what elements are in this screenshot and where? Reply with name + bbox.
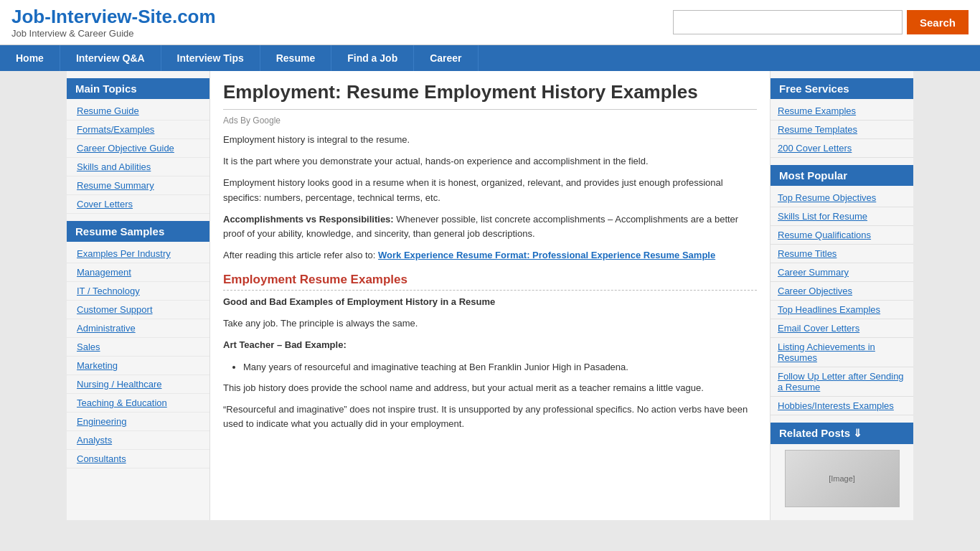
intro-p3: Employment history looks good in a resum… bbox=[223, 176, 757, 204]
right-200-cover-letters[interactable]: 200 Cover Letters bbox=[771, 139, 913, 158]
most-popular-heading: Most Popular bbox=[771, 165, 913, 186]
sidebar-marketing[interactable]: Marketing bbox=[67, 357, 209, 375]
right-hobbies-interests[interactable]: Hobbies/Interests Examples bbox=[771, 397, 913, 415]
sidebar-nursing-healthcare[interactable]: Nursing / Healthcare bbox=[67, 375, 209, 394]
free-services-heading: Free Services bbox=[771, 78, 913, 99]
header: Job-Interview-Site.com Job Interview & C… bbox=[0, 0, 980, 45]
sidebar-skills-abilities[interactable]: Skills and Abilities bbox=[67, 158, 209, 176]
right-top-resume-objectives[interactable]: Top Resume Objectives bbox=[771, 189, 913, 207]
resourceful-comment: “Resourceful and imaginative” does not i… bbox=[223, 402, 757, 431]
page-title: Employment: Resume Employment History Ex… bbox=[223, 81, 757, 103]
right-resume-titles[interactable]: Resume Titles bbox=[771, 245, 913, 263]
vague-comment: This job history does provide the school… bbox=[223, 381, 757, 395]
site-subtitle: Job Interview & Career Guide bbox=[11, 28, 216, 39]
nav-interview-tips[interactable]: Interview Tips bbox=[161, 45, 260, 71]
page-layout: Main Topics Resume Guide Formats/Example… bbox=[67, 71, 913, 520]
nav-career[interactable]: Career bbox=[414, 45, 478, 71]
site-title[interactable]: Job-Interview-Site.com bbox=[11, 6, 216, 28]
bad-example-bullet1: Many years of resourceful and imaginativ… bbox=[243, 360, 757, 375]
sidebar-teaching-education[interactable]: Teaching & Education bbox=[67, 394, 209, 413]
sidebar-sales[interactable]: Sales bbox=[67, 338, 209, 357]
sidebar-cover-letters[interactable]: Cover Letters bbox=[67, 195, 209, 214]
related-posts-image: [Image] bbox=[785, 450, 900, 507]
right-follow-up-letter[interactable]: Follow Up Letter after Sending a Resume bbox=[771, 367, 913, 397]
intro-p2: It is the part where you demonstrate you… bbox=[223, 154, 757, 169]
intro-p1: Employment history is integral to the re… bbox=[223, 133, 757, 147]
nav-interview-qa[interactable]: Interview Q&A bbox=[60, 45, 161, 71]
nav-home[interactable]: Home bbox=[0, 45, 60, 71]
ads-line: Ads By Google bbox=[223, 116, 757, 126]
nav-resume[interactable]: Resume bbox=[260, 45, 331, 71]
right-top-headlines[interactable]: Top Headlines Examples bbox=[771, 301, 913, 319]
right-resume-qualifications[interactable]: Resume Qualifications bbox=[771, 226, 913, 245]
search-input[interactable] bbox=[673, 10, 903, 34]
sidebar-engineering[interactable]: Engineering bbox=[67, 413, 209, 431]
left-sidebar: Main Topics Resume Guide Formats/Example… bbox=[67, 71, 210, 520]
take-any-p: Take any job. The principle is always th… bbox=[223, 316, 757, 331]
refer-also-p: After reading this article refer also to… bbox=[223, 248, 757, 263]
sidebar-administrative[interactable]: Administrative bbox=[67, 319, 209, 338]
sidebar-career-objective-guide[interactable]: Career Objective Guide bbox=[67, 139, 209, 158]
right-resume-templates[interactable]: Resume Templates bbox=[771, 121, 913, 139]
related-posts-heading: Related Posts ⇓ bbox=[771, 423, 913, 444]
refer-also-text: After reading this article refer also to… bbox=[223, 250, 375, 260]
art-teacher-bad: Art Teacher – Bad Example: bbox=[223, 338, 757, 352]
logo-area: Job-Interview-Site.com Job Interview & C… bbox=[11, 6, 216, 39]
right-resume-examples[interactable]: Resume Examples bbox=[771, 102, 913, 121]
right-sidebar: Free Services Resume Examples Resume Tem… bbox=[770, 71, 913, 520]
accomplishments-p: Accomplishments vs Responsibilities: Whe… bbox=[223, 212, 757, 241]
sidebar-formats-examples[interactable]: Formats/Examples bbox=[67, 121, 209, 139]
sidebar-management[interactable]: Management bbox=[67, 263, 209, 282]
sidebar-examples-per-industry[interactable]: Examples Per Industry bbox=[67, 245, 209, 263]
sidebar-it-technology[interactable]: IT / Technology bbox=[67, 282, 209, 301]
main-content: Employment: Resume Employment History Ex… bbox=[210, 71, 770, 520]
nav-find-job[interactable]: Find a Job bbox=[331, 45, 414, 71]
sidebar-customer-support[interactable]: Customer Support bbox=[67, 301, 209, 319]
right-skills-list[interactable]: Skills List for Resume bbox=[771, 207, 913, 226]
main-topics-heading: Main Topics bbox=[67, 78, 209, 99]
right-listing-achievements[interactable]: Listing Achievements in Resumes bbox=[771, 338, 913, 367]
employment-examples-heading: Employment Resume Examples bbox=[223, 273, 757, 291]
sidebar-resume-guide[interactable]: Resume Guide bbox=[67, 102, 209, 121]
search-button[interactable]: Search bbox=[907, 10, 969, 34]
main-nav: Home Interview Q&A Interview Tips Resume… bbox=[0, 45, 980, 71]
sidebar-resume-summary[interactable]: Resume Summary bbox=[67, 176, 209, 195]
search-area: Search bbox=[673, 10, 969, 34]
right-email-cover-letters[interactable]: Email Cover Letters bbox=[771, 319, 913, 338]
right-career-objectives[interactable]: Career Objectives bbox=[771, 282, 913, 301]
resume-samples-heading: Resume Samples bbox=[67, 221, 209, 242]
good-bad-heading: Good and Bad Examples of Employment Hist… bbox=[223, 295, 757, 309]
right-career-summary[interactable]: Career Summary bbox=[771, 263, 913, 282]
bad-example-list: Many years of resourceful and imaginativ… bbox=[243, 360, 757, 375]
sidebar-analysts[interactable]: Analysts bbox=[67, 431, 209, 450]
work-experience-link[interactable]: Work Experience Resume Format: Professio… bbox=[378, 250, 715, 260]
accomplishments-label: Accomplishments vs Responsibilities: bbox=[223, 214, 394, 225]
sidebar-consultants[interactable]: Consultants bbox=[67, 450, 209, 468]
